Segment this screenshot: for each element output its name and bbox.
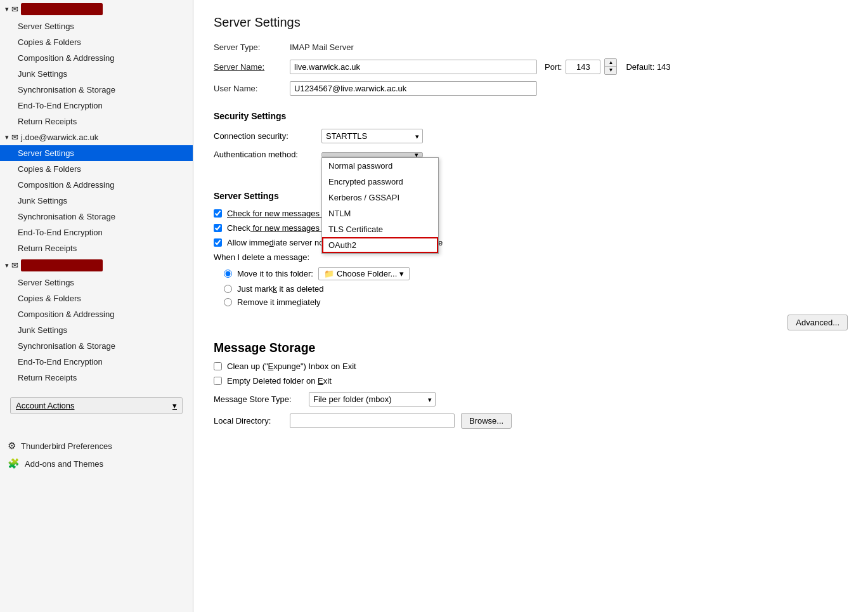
move-to-folder-row: Move it to this folder: 📁 Choose Folder.… [224, 267, 848, 280]
thunderbird-prefs-label: Thunderbird Preferences [21, 441, 112, 451]
sidebar-item-copies-folders-out[interactable]: Copies & Folders [0, 290, 193, 306]
mail-icon-1: ✉ [11, 4, 18, 14]
account-1-header[interactable]: ▾ ✉ [0, 0, 193, 18]
port-spinner: ▲ ▼ [604, 58, 617, 75]
auth-method-label: Authentication method: [214, 150, 321, 159]
local-dir-input[interactable] [290, 413, 455, 428]
server-type-value: IMAP Mail Server [290, 42, 354, 52]
browse-button[interactable]: Browse... [461, 413, 512, 429]
addons-label: Add-ons and Themes [25, 459, 103, 469]
security-section-title: Security Settings [214, 111, 848, 121]
account-actions-arrow: ▾ [172, 401, 177, 410]
server-name-row: Server Name: Port: ▲ ▼ Default: 143 [214, 58, 848, 75]
auth-option-normal[interactable]: Normal password [322, 158, 438, 174]
account-actions-container: Account Actions ▾ [5, 392, 188, 414]
account-out-arrow: ▾ [5, 261, 9, 270]
sidebar-item-copies-folders-1[interactable]: Copies & Folders [0, 34, 193, 50]
addons-item[interactable]: 🧩 Add-ons and Themes [5, 455, 188, 472]
sidebar-item-server-settings-2[interactable]: Server Settings [0, 145, 193, 161]
delete-action-group: When I delete a message: Move it to this… [214, 252, 848, 307]
sidebar-item-junk-2[interactable]: Junk Settings [0, 193, 193, 209]
sidebar-item-composition-1[interactable]: Composition & Addressing [0, 50, 193, 66]
check-interval-row: Check for new messages every [214, 223, 848, 233]
message-store-type-select-wrapper: File per folder (mbox) File per message … [309, 392, 436, 407]
account-1-label [21, 3, 103, 15]
check-interval-checkbox[interactable] [214, 224, 222, 232]
sidebar-item-receipts-1[interactable]: Return Receipts [0, 114, 193, 129]
auth-option-kerberos[interactable]: Kerberos / GSSAPI [322, 190, 438, 205]
sidebar-item-sync-1[interactable]: Synchronisation & Storage [0, 82, 193, 98]
message-storage-section: Message Storage Clean up ("Expunge") Inb… [214, 341, 848, 429]
sidebar-item-receipts-2[interactable]: Return Receipts [0, 240, 193, 256]
sidebar-item-sync-out[interactable]: Synchronisation & Storage [0, 338, 193, 354]
sidebar-item-e2e-out[interactable]: End-To-End Encryption [0, 354, 193, 370]
default-port-label: Default: 143 [626, 62, 670, 72]
advanced-button[interactable]: Advanced... [787, 315, 848, 330]
auth-option-tls[interactable]: TLS Certificate [322, 221, 438, 237]
empty-deleted-checkbox[interactable] [214, 377, 222, 385]
check-startup-checkbox[interactable] [214, 209, 222, 218]
account-2-label: j.doe@warwick.ac.uk [21, 133, 98, 142]
cleanup-label: Clean up ("Expunge") Inbox on Exit [227, 361, 356, 371]
security-settings-section: Security Settings Connection security: S… [214, 111, 848, 159]
allow-immediate-row: Allow immediate server notifications whe… [214, 238, 848, 247]
message-storage-title: Message Storage [214, 341, 848, 355]
account-out-header[interactable]: ▾ ✉ [0, 256, 193, 275]
cleanup-checkbox[interactable] [214, 362, 222, 370]
folder-chooser-arrow: ▾ [399, 269, 404, 278]
mail-icon-2: ✉ [11, 133, 18, 142]
check-startup-row: Check for new messages at startup [214, 209, 848, 218]
account-out-label [21, 259, 103, 271]
remove-immediately-radio[interactable] [224, 298, 232, 306]
auth-option-encrypted[interactable]: Encrypted password [322, 174, 438, 190]
sidebar-item-e2e-2[interactable]: End-To-End Encryption [0, 225, 193, 240]
local-dir-label: Local Directory: [214, 416, 290, 426]
sidebar-item-composition-2[interactable]: Composition & Addressing [0, 177, 193, 193]
advanced-btn-row: Advanced... [214, 315, 848, 330]
account-2-header[interactable]: ▾ ✉ j.doe@warwick.ac.uk [0, 129, 193, 145]
server-settings-section-title: Server Settings [214, 191, 848, 201]
connection-security-select[interactable]: STARTTLS None SSL/TLS [321, 129, 423, 143]
auth-method-row: Authentication method: Normal password E… [214, 150, 848, 159]
port-up-button[interactable]: ▲ [605, 59, 616, 67]
move-to-folder-label: Move it to this folder: [237, 269, 313, 278]
choose-folder-button[interactable]: 📁 Choose Folder... ▾ [318, 267, 410, 280]
account-1-items: Server Settings Copies & Folders Composi… [0, 18, 193, 129]
connection-security-label: Connection security: [214, 131, 321, 141]
auth-option-oauth2[interactable]: OAuth2 [322, 237, 438, 253]
account-2-arrow: ▾ [5, 133, 9, 141]
connection-security-select-wrapper: STARTTLS None SSL/TLS [321, 129, 423, 143]
sidebar-item-server-settings-out[interactable]: Server Settings [0, 275, 193, 290]
server-type-label: Server Type: [214, 42, 290, 52]
sidebar-item-composition-out[interactable]: Composition & Addressing [0, 306, 193, 322]
just-mark-deleted-radio[interactable] [224, 285, 232, 293]
account-group-1: ▾ ✉ Server Settings Copies & Folders Com… [0, 0, 193, 129]
sidebar-item-server-settings-1[interactable]: Server Settings [0, 18, 193, 34]
sidebar-item-copies-folders-2[interactable]: Copies & Folders [0, 161, 193, 177]
port-down-button[interactable]: ▼ [605, 67, 616, 74]
thunderbird-prefs-item[interactable]: ⚙ Thunderbird Preferences [5, 437, 188, 455]
sidebar-item-junk-out[interactable]: Junk Settings [0, 322, 193, 338]
page-title: Server Settings [214, 15, 848, 30]
auth-method-display[interactable] [321, 152, 423, 157]
account-actions-button[interactable]: Account Actions ▾ [10, 397, 183, 414]
sidebar-item-e2e-1[interactable]: End-To-End Encryption [0, 98, 193, 114]
username-input[interactable] [290, 81, 537, 96]
mail-icon-out: ✉ [11, 261, 18, 270]
choose-folder-label: Choose Folder... [337, 269, 397, 278]
local-dir-row: Local Directory: Browse... [214, 413, 848, 429]
sidebar-item-sync-2[interactable]: Synchronisation & Storage [0, 209, 193, 225]
server-name-input[interactable] [290, 60, 537, 74]
sidebar-bottom: ⚙ Thunderbird Preferences 🧩 Add-ons and … [0, 424, 193, 472]
allow-immediate-checkbox[interactable] [214, 238, 222, 247]
port-input[interactable] [566, 60, 600, 74]
sidebar-item-junk-1[interactable]: Junk Settings [0, 66, 193, 82]
remove-immediately-row: Remove it immediately [224, 297, 848, 307]
server-name-label: Server Name: [214, 62, 290, 72]
auth-option-ntlm[interactable]: NTLM [322, 205, 438, 221]
when-delete-label: When I delete a message: [214, 252, 848, 262]
sidebar-item-receipts-out[interactable]: Return Receipts [0, 370, 193, 386]
just-mark-deleted-label: Just markk it as deleted [237, 284, 324, 294]
message-store-type-select[interactable]: File per folder (mbox) File per message … [309, 392, 436, 407]
move-to-folder-radio[interactable] [224, 270, 232, 278]
